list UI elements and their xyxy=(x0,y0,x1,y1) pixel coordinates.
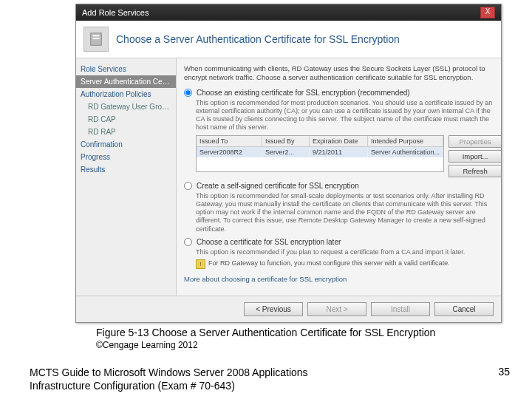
next-button[interactable]: Next > xyxy=(307,302,366,316)
warning-text: For RD Gateway to function, you must con… xyxy=(208,259,450,267)
footer-guide: MCTS Guide to Microsoft Windows Server 2… xyxy=(30,366,308,392)
cell-purpose: Server Authentication... xyxy=(368,147,443,157)
option-later: Choose a certificate for SSL encryption … xyxy=(184,238,494,269)
warning-icon: ! xyxy=(196,259,205,269)
col-issued-to: Issued To xyxy=(197,136,262,146)
intro-text: When communicating with clients, RD Gate… xyxy=(184,64,494,83)
main-panel: When communicating with clients, RD Gate… xyxy=(177,58,501,296)
wizard-sidebar: Role Services Server Authentication Cert… xyxy=(76,58,177,296)
sidebar-item-auth-policies[interactable]: Authorization Policies xyxy=(76,88,176,100)
table-header: Issued To Issued By Expiration Date Inte… xyxy=(197,136,443,147)
sidebar-item-rd-gateway-groups[interactable]: RD Gateway User Groups xyxy=(76,100,176,113)
option-existing-cert-desc: This option is recommended for most prod… xyxy=(196,99,494,132)
dialog-body: Role Services Server Authentication Cert… xyxy=(76,58,501,296)
header-icon xyxy=(83,27,109,52)
sidebar-item-role-services[interactable]: Role Services xyxy=(76,63,176,75)
radio-self-signed[interactable] xyxy=(184,182,192,190)
radio-existing-cert[interactable] xyxy=(184,89,192,97)
option-existing-cert: Choose an existing certificate for SSL e… xyxy=(184,89,494,177)
sidebar-item-rd-rap[interactable]: RD RAP xyxy=(76,126,176,138)
cell-expiration: 9/21/2011 xyxy=(310,147,368,157)
title-bar: Add Role Services X xyxy=(76,4,501,21)
more-info-link[interactable]: More about choosing a certificate for SS… xyxy=(184,275,494,283)
option-self-signed-desc: This option is recommended for small-sca… xyxy=(196,192,494,233)
sidebar-item-confirmation[interactable]: Confirmation xyxy=(76,138,176,151)
option-self-signed-label: Create a self-signed certificate for SSL… xyxy=(197,182,359,190)
sidebar-item-rd-cap[interactable]: RD CAP xyxy=(76,113,176,126)
table-row[interactable]: Server2008R2 Server2... 9/21/2011 Server… xyxy=(197,147,443,157)
dialog-title: Choose a Server Authentication Certifica… xyxy=(116,33,400,45)
cell-issued-by: Server2... xyxy=(262,147,310,157)
cancel-button[interactable]: Cancel xyxy=(434,302,494,316)
copyright-text: ©Cengage Learning 2012 xyxy=(96,340,198,350)
sidebar-item-results[interactable]: Results xyxy=(76,163,176,176)
sidebar-item-progress[interactable]: Progress xyxy=(76,151,176,163)
certificate-table[interactable]: Issued To Issued By Expiration Date Inte… xyxy=(196,135,444,172)
cell-issued-to: Server2008R2 xyxy=(197,147,262,157)
previous-button[interactable]: < Previous xyxy=(244,302,303,316)
option-self-signed: Create a self-signed certificate for SSL… xyxy=(184,182,494,233)
close-button[interactable]: X xyxy=(480,7,495,18)
install-button[interactable]: Install xyxy=(371,302,430,316)
page-number: 35 xyxy=(498,366,510,378)
refresh-button[interactable]: Refresh xyxy=(449,165,501,177)
svg-rect-2 xyxy=(92,38,99,39)
option-later-label: Choose a certificate for SSL encryption … xyxy=(197,238,341,246)
window-title: Add Role Services xyxy=(82,8,149,17)
svg-rect-1 xyxy=(92,35,99,37)
guide-line-2: Infrastructure Configuration (Exam # 70-… xyxy=(30,379,308,392)
col-expiration: Expiration Date xyxy=(310,136,368,146)
figure-caption: Figure 5-13 Choose a Server Authenticati… xyxy=(96,327,435,338)
option-later-desc: This option is recommended if you plan t… xyxy=(196,248,494,256)
dialog-footer: < Previous Next > Install Cancel xyxy=(76,296,501,322)
sidebar-item-server-auth-cert[interactable]: Server Authentication Certificate xyxy=(76,75,176,88)
col-issued-by: Issued By xyxy=(262,136,310,146)
col-purpose: Intended Purpose xyxy=(368,136,443,146)
option-existing-cert-label: Choose an existing certificate for SSL e… xyxy=(197,89,410,97)
radio-later[interactable] xyxy=(184,238,192,246)
wizard-dialog: Add Role Services X Choose a Server Auth… xyxy=(75,4,502,323)
guide-line-1: MCTS Guide to Microsoft Windows Server 2… xyxy=(30,366,308,379)
dialog-header: Choose a Server Authentication Certifica… xyxy=(76,21,501,58)
import-button[interactable]: Import... xyxy=(449,150,501,163)
properties-button[interactable]: Properties xyxy=(449,135,501,148)
